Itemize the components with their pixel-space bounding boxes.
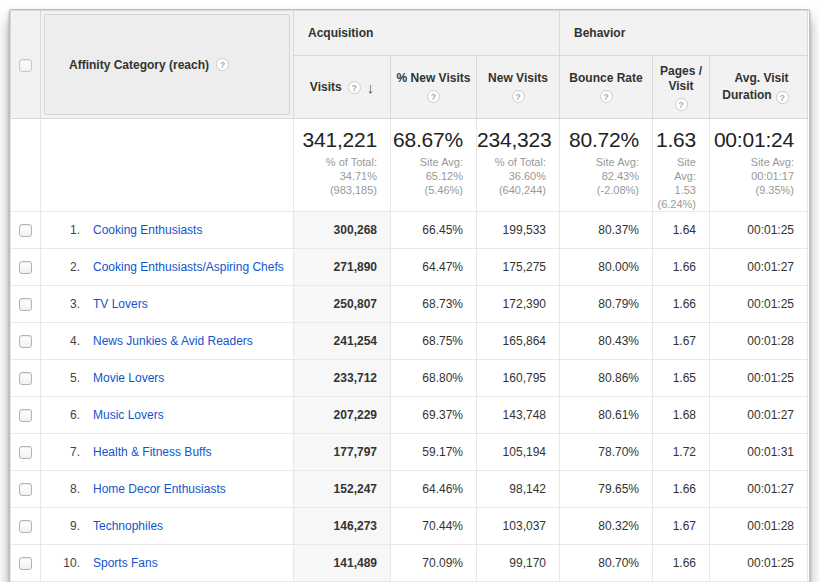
- affinity-category-link[interactable]: Health & Fitness Buffs: [93, 445, 212, 459]
- pct-new-visits-cell: 70.09%: [391, 545, 477, 582]
- new-visits-cell: 105,194: [477, 434, 560, 471]
- row-rank: 10.: [56, 556, 80, 570]
- row-checkbox[interactable]: [19, 335, 32, 348]
- visits-cell: 207,229: [294, 397, 391, 434]
- summary-visits-subtext: % of Total:34.71%(983,185): [294, 155, 377, 197]
- row-rank: 5.: [56, 371, 80, 385]
- summary-pct-new-visits-subtext: Site Avg:65.12%(5.46%): [391, 155, 463, 197]
- pct-new-visits-cell: 69.37%: [391, 397, 477, 434]
- affinity-category-link[interactable]: Technophiles: [93, 519, 163, 533]
- avg-visit-duration-cell: 00:01:25: [710, 286, 808, 323]
- avg-visit-duration-cell: 00:01:25: [710, 545, 808, 582]
- table-row: 8.Home Decor Enthusiasts 152,247 64.46% …: [11, 471, 808, 508]
- pages-per-visit-cell: 1.65: [653, 360, 710, 397]
- avg-visit-duration-cell: 00:01:27: [710, 249, 808, 286]
- table-row: 1.Cooking Enthusiasts 300,268 66.45% 199…: [11, 212, 808, 249]
- affinity-category-link[interactable]: TV Lovers: [93, 297, 148, 311]
- column-header-visits[interactable]: Visits ? ↓: [294, 56, 391, 119]
- row-checkbox-cell: [11, 249, 41, 286]
- help-icon[interactable]: ?: [675, 98, 688, 111]
- pct-new-visits-cell: 70.44%: [391, 508, 477, 545]
- analytics-report-panel: Affinity Category (reach) ? Acquisition …: [9, 9, 810, 582]
- row-rank: 6.: [56, 408, 80, 422]
- pages-per-visit-cell: 1.67: [653, 508, 710, 545]
- column-header-avg-visit-duration[interactable]: Avg. Visit Duration?: [710, 56, 808, 119]
- row-checkbox[interactable]: [19, 520, 32, 533]
- summary-new-visits: 234,323 % of Total:36.60%(640,244): [477, 119, 560, 212]
- help-icon[interactable]: ?: [600, 90, 613, 103]
- row-checkbox-cell: [11, 286, 41, 323]
- affinity-category-link[interactable]: Cooking Enthusiasts/Aspiring Chefs: [93, 260, 284, 274]
- bounce-rate-cell: 80.70%: [560, 545, 653, 582]
- pct-new-visits-cell: 68.73%: [391, 286, 477, 323]
- row-rank: 8.: [56, 482, 80, 496]
- row-dimension-cell: 8.Home Decor Enthusiasts: [41, 471, 294, 508]
- pages-per-visit-cell: 1.72: [653, 434, 710, 471]
- visits-cell: 152,247: [294, 471, 391, 508]
- row-checkbox[interactable]: [19, 261, 32, 274]
- select-all-cell: [11, 11, 41, 119]
- pages-per-visit-cell: 1.67: [653, 323, 710, 360]
- select-all-checkbox[interactable]: [19, 59, 32, 72]
- summary-visits: 341,221 % of Total:34.71%(983,185): [294, 119, 391, 212]
- sort-desc-icon: ↓: [367, 80, 375, 95]
- row-checkbox[interactable]: [19, 409, 32, 422]
- row-checkbox[interactable]: [19, 557, 32, 570]
- summary-pct-new-visits: 68.67% Site Avg:65.12%(5.46%): [391, 119, 477, 212]
- visits-cell: 241,254: [294, 323, 391, 360]
- help-icon[interactable]: ?: [348, 81, 361, 94]
- affinity-category-link[interactable]: Sports Fans: [93, 556, 158, 570]
- column-header-pct-new-visits[interactable]: % New Visits ?: [391, 56, 477, 119]
- summary-bounce-rate-value: 80.72%: [560, 128, 639, 152]
- affinity-report-table: Affinity Category (reach) ? Acquisition …: [10, 10, 808, 582]
- pages-per-visit-cell: 1.66: [653, 545, 710, 582]
- affinity-category-link[interactable]: Music Lovers: [93, 408, 164, 422]
- column-header-pages-per-visit[interactable]: Pages / Visit ?: [653, 56, 710, 119]
- summary-dimension-spacer: [41, 119, 294, 212]
- row-checkbox[interactable]: [19, 483, 32, 496]
- affinity-category-link[interactable]: Home Decor Enthusiasts: [93, 482, 226, 496]
- row-dimension-cell: 2.Cooking Enthusiasts/Aspiring Chefs: [41, 249, 294, 286]
- column-header-visits-label: Visits: [310, 80, 342, 95]
- row-dimension-cell: 1.Cooking Enthusiasts: [41, 212, 294, 249]
- column-header-new-visits[interactable]: New Visits ?: [477, 56, 560, 119]
- column-header-bounce-rate[interactable]: Bounce Rate ?: [560, 56, 653, 119]
- dimension-header-button[interactable]: Affinity Category (reach) ?: [44, 14, 290, 115]
- help-icon[interactable]: ?: [776, 91, 789, 104]
- pct-new-visits-cell: 68.80%: [391, 360, 477, 397]
- summary-pages-per-visit-value: 1.63: [653, 128, 696, 152]
- row-rank: 7.: [56, 445, 80, 459]
- help-icon[interactable]: ?: [512, 90, 525, 103]
- row-dimension-cell: 6.Music Lovers: [41, 397, 294, 434]
- row-checkbox[interactable]: [19, 446, 32, 459]
- bounce-rate-cell: 80.37%: [560, 212, 653, 249]
- bounce-rate-cell: 80.86%: [560, 360, 653, 397]
- avg-visit-duration-cell: 00:01:27: [710, 397, 808, 434]
- bounce-rate-cell: 80.79%: [560, 286, 653, 323]
- affinity-category-link[interactable]: Cooking Enthusiasts: [93, 223, 202, 237]
- table-row: 6.Music Lovers 207,229 69.37% 143,748 80…: [11, 397, 808, 434]
- affinity-category-link[interactable]: Movie Lovers: [93, 371, 164, 385]
- row-checkbox-cell: [11, 545, 41, 582]
- row-checkbox[interactable]: [19, 372, 32, 385]
- row-checkbox[interactable]: [19, 298, 32, 311]
- help-icon[interactable]: ?: [427, 90, 440, 103]
- pages-per-visit-cell: 1.66: [653, 286, 710, 323]
- row-rank: 9.: [56, 519, 80, 533]
- summary-avg-visit-duration-subtext: Site Avg:00:01:17(9.35%): [710, 155, 794, 197]
- group-header-behavior: Behavior: [560, 11, 808, 56]
- column-header-new-visits-label: New Visits: [488, 71, 548, 86]
- summary-checkbox-spacer: [11, 119, 41, 212]
- row-checkbox-cell: [11, 397, 41, 434]
- row-checkbox[interactable]: [19, 224, 32, 237]
- row-checkbox-cell: [11, 212, 41, 249]
- summary-row: 341,221 % of Total:34.71%(983,185) 68.67…: [11, 119, 808, 212]
- visits-cell: 177,797: [294, 434, 391, 471]
- visits-cell: 300,268: [294, 212, 391, 249]
- bounce-rate-cell: 80.43%: [560, 323, 653, 360]
- table-row: 3.TV Lovers 250,807 68.73% 172,390 80.79…: [11, 286, 808, 323]
- new-visits-cell: 103,037: [477, 508, 560, 545]
- help-icon[interactable]: ?: [216, 58, 229, 71]
- table-row: 9.Technophiles 146,273 70.44% 103,037 80…: [11, 508, 808, 545]
- affinity-category-link[interactable]: News Junkies & Avid Readers: [93, 334, 253, 348]
